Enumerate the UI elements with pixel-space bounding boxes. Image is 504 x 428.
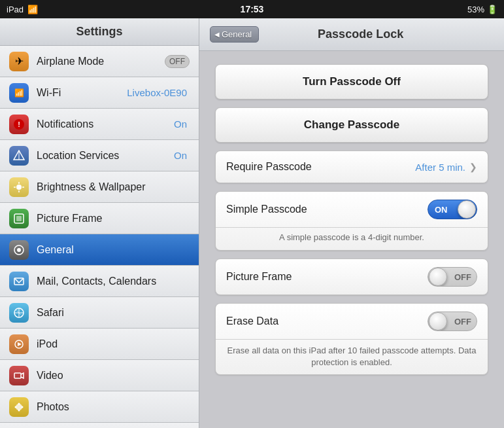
- general-label: General: [37, 244, 190, 256]
- picture-frame-passcode-label: Picture Frame: [226, 271, 428, 283]
- wifi-value: Livebox-0E90: [127, 87, 187, 98]
- svg-rect-10: [16, 216, 22, 221]
- picture-frame-toggle[interactable]: OFF: [428, 267, 477, 287]
- svg-point-22: [18, 402, 20, 404]
- video-label: Video: [37, 370, 190, 382]
- ipod-icon: [9, 334, 29, 354]
- mail-label: Mail, Contacts, Calendars: [37, 276, 190, 287]
- status-left: iPad 📶: [7, 5, 38, 14]
- sidebar: Settings ✈ Airplane Mode OFF 📶 Wi-Fi Liv…: [0, 18, 199, 428]
- right-panel-title: Passcode Lock: [267, 27, 494, 41]
- picture-frame-passcode-row: Picture Frame OFF: [216, 259, 488, 294]
- airplane-toggle-value: OFF: [165, 55, 190, 68]
- erase-data-off-label: OFF: [454, 317, 471, 327]
- battery-label: 53%: [467, 5, 484, 14]
- sidebar-item-airplane[interactable]: ✈ Airplane Mode OFF: [0, 46, 199, 77]
- svg-point-4: [16, 185, 22, 190]
- sidebar-item-wifi[interactable]: 📶 Wi-Fi Livebox-0E90: [0, 77, 199, 109]
- airplane-icon: ✈: [9, 52, 29, 71]
- right-panel: General Passcode Lock Turn Passcode Off …: [199, 18, 504, 428]
- sidebar-item-location[interactable]: Location Services On: [0, 140, 199, 171]
- airplane-label: Airplane Mode: [37, 56, 165, 67]
- picture-frame-passcode-group: Picture Frame OFF: [215, 259, 488, 295]
- status-time: 17:53: [241, 4, 264, 14]
- simple-passcode-on-label: ON: [435, 205, 448, 215]
- wifi-label: Wi-Fi: [37, 87, 127, 99]
- sidebar-item-ipod[interactable]: iPod: [0, 329, 199, 360]
- device-label: iPad: [7, 5, 24, 14]
- brightness-label: Brightness & Wallpaper: [37, 181, 190, 193]
- sidebar-title: Settings: [0, 18, 199, 46]
- require-passcode-value: After 5 min.: [415, 162, 465, 173]
- sidebar-item-facetime[interactable]: FaceTime: [0, 423, 199, 428]
- simple-passcode-subtext: A simple passcode is a 4-digit number.: [216, 228, 488, 250]
- general-icon: [9, 240, 29, 260]
- location-label: Location Services: [37, 150, 174, 162]
- notif-icon: !: [9, 115, 29, 134]
- erase-data-subtext: Erase all data on this iPad after 10 fai…: [216, 340, 488, 374]
- video-icon: [9, 366, 29, 385]
- sidebar-item-safari[interactable]: Safari: [0, 297, 199, 329]
- wifi-icon-item: 📶: [9, 83, 29, 103]
- picture-frame-off-label: OFF: [454, 272, 471, 282]
- location-value: On: [174, 150, 187, 161]
- safari-icon: [9, 303, 29, 323]
- simple-passcode-label: Simple Passcode: [226, 204, 428, 215]
- pictureframe-icon: [9, 209, 29, 228]
- svg-point-12: [17, 248, 21, 252]
- notif-label: Notifications: [37, 118, 174, 130]
- erase-data-toggle[interactable]: OFF: [428, 312, 477, 331]
- pictureframe-label: Picture Frame: [37, 213, 190, 224]
- simple-passcode-toggle[interactable]: ON: [428, 200, 477, 219]
- sidebar-item-pictureframe[interactable]: Picture Frame: [0, 203, 199, 234]
- sidebar-item-notifications[interactable]: ! Notifications On: [0, 109, 199, 140]
- simple-passcode-group: Simple Passcode ON A simple passcode is …: [215, 191, 488, 251]
- status-bar: iPad 📶 17:53 53% 🔋: [0, 0, 504, 18]
- change-passcode-button[interactable]: Change Passcode: [215, 107, 488, 143]
- sidebar-item-photos[interactable]: Photos: [0, 391, 199, 423]
- safari-label: Safari: [37, 307, 190, 319]
- mail-icon: [9, 272, 29, 291]
- ipod-label: iPod: [37, 338, 190, 350]
- photos-label: Photos: [37, 401, 190, 413]
- notif-value: On: [174, 118, 187, 130]
- simple-passcode-row: Simple Passcode ON: [216, 192, 488, 228]
- svg-rect-20: [14, 373, 21, 378]
- simple-passcode-thumb: [458, 200, 476, 219]
- battery-icon: 🔋: [487, 5, 497, 14]
- svg-point-24: [15, 406, 17, 408]
- sidebar-item-general[interactable]: General: [0, 234, 199, 266]
- main-layout: Settings ✈ Airplane Mode OFF 📶 Wi-Fi Liv…: [0, 18, 504, 428]
- svg-point-25: [22, 406, 24, 408]
- right-header: General Passcode Lock: [199, 18, 504, 51]
- back-button[interactable]: General: [210, 26, 259, 43]
- turn-passcode-off-button[interactable]: Turn Passcode Off: [215, 64, 488, 99]
- brightness-icon: [9, 177, 29, 197]
- photos-icon: [9, 397, 29, 417]
- erase-data-thumb: [429, 312, 447, 330]
- wifi-icon: 📶: [27, 5, 38, 14]
- require-passcode-row[interactable]: Require Passcode After 5 min. ❯: [216, 151, 488, 183]
- erase-data-row: Erase Data OFF: [216, 304, 488, 340]
- require-passcode-group: Require Passcode After 5 min. ❯: [215, 151, 488, 183]
- svg-marker-19: [18, 342, 22, 346]
- sidebar-item-video[interactable]: Video: [0, 360, 199, 391]
- svg-text:!: !: [18, 120, 20, 128]
- status-right: 53% 🔋: [467, 5, 497, 14]
- svg-point-23: [18, 409, 20, 411]
- picture-frame-thumb: [429, 268, 447, 286]
- erase-data-group: Erase Data OFF Erase all data on this iP…: [215, 303, 488, 374]
- right-content: Turn Passcode Off Change Passcode Requir…: [199, 51, 504, 388]
- sidebar-item-brightness[interactable]: Brightness & Wallpaper: [0, 171, 199, 203]
- location-icon: [9, 146, 29, 166]
- require-passcode-chevron: ❯: [469, 162, 477, 172]
- airplane-toggle[interactable]: OFF: [165, 55, 190, 68]
- require-passcode-label: Require Passcode: [226, 161, 415, 173]
- sidebar-item-mail[interactable]: Mail, Contacts, Calendars: [0, 266, 199, 297]
- erase-data-label: Erase Data: [226, 315, 428, 327]
